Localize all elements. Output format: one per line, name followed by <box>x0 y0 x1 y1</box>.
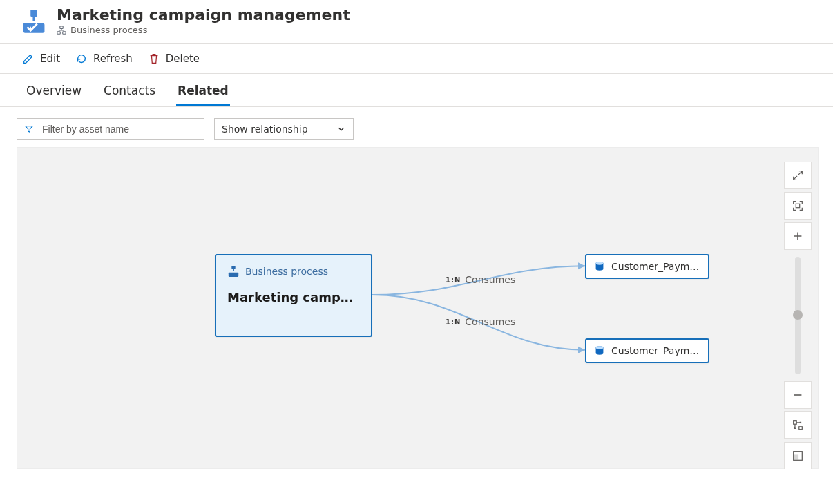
svg-rect-3 <box>60 26 63 29</box>
canvas-controls <box>784 162 812 469</box>
filter-row: Show relationship <box>0 107 833 147</box>
edit-button[interactable]: Edit <box>22 51 60 66</box>
process-icon <box>21 8 47 35</box>
refresh-button[interactable]: Refresh <box>75 51 133 66</box>
refresh-icon <box>75 52 88 65</box>
node-right-1-label: Customer_Payme… <box>611 345 701 356</box>
layout-button[interactable] <box>784 411 812 439</box>
fit-screen-icon <box>792 200 804 212</box>
edge-label-1: 1:N Consumes <box>446 316 515 327</box>
plus-icon <box>792 230 804 242</box>
svg-marker-7 <box>578 347 585 353</box>
page-subtitle: Business process <box>57 25 350 35</box>
command-bar: Edit Refresh Delete <box>0 44 833 74</box>
page-header: Marketing campaign management Business p… <box>0 0 833 44</box>
delete-button[interactable]: Delete <box>148 51 200 66</box>
minus-icon <box>792 389 804 401</box>
svg-rect-19 <box>794 455 798 459</box>
page-title: Marketing campaign management <box>57 7 350 23</box>
pencil-icon <box>22 52 35 65</box>
svg-rect-16 <box>794 421 797 425</box>
filter-input-wrap[interactable] <box>17 118 204 140</box>
zoom-in-button[interactable] <box>784 222 812 250</box>
edges-layer <box>17 148 818 468</box>
process-node-icon <box>227 265 240 278</box>
svg-rect-2 <box>32 16 35 21</box>
node-right-0[interactable]: Customer_Payme… <box>585 254 709 279</box>
zoom-slider[interactable] <box>795 257 801 374</box>
svg-rect-8 <box>231 266 235 269</box>
svg-marker-6 <box>578 262 585 269</box>
tab-related[interactable]: Related <box>176 81 230 106</box>
svg-rect-10 <box>233 269 234 272</box>
svg-point-12 <box>596 262 604 265</box>
zoom-out-button[interactable] <box>784 381 812 409</box>
expand-button[interactable] <box>784 162 812 189</box>
svg-rect-4 <box>57 31 60 34</box>
fit-button[interactable] <box>784 192 812 220</box>
layout-icon <box>792 419 804 432</box>
trash-icon <box>148 52 160 65</box>
minimap-icon <box>792 449 804 462</box>
relationship-dropdown[interactable]: Show relationship <box>214 118 354 140</box>
node-main[interactable]: Business process Marketing campaig… <box>215 254 372 337</box>
tab-contacts[interactable]: Contacts <box>102 81 157 106</box>
process-mini-icon <box>57 26 66 35</box>
tabs: Overview Contacts Related <box>0 74 833 107</box>
node-right-0-label: Customer_Payme… <box>611 261 701 272</box>
database-icon <box>593 345 606 357</box>
svg-rect-5 <box>63 31 66 34</box>
relationship-canvas[interactable]: Business process Marketing campaig… 1:N … <box>17 147 819 469</box>
edge-label-0: 1:N Consumes <box>446 274 515 285</box>
node-right-1[interactable]: Customer_Payme… <box>585 338 709 363</box>
svg-rect-15 <box>796 204 799 207</box>
filter-icon <box>24 124 34 134</box>
svg-rect-0 <box>30 10 37 17</box>
chevron-down-icon <box>336 124 346 134</box>
node-main-type: Business process <box>245 266 328 277</box>
svg-rect-9 <box>229 273 238 277</box>
svg-rect-17 <box>799 427 803 430</box>
filter-input[interactable] <box>41 123 197 135</box>
minimap-button[interactable] <box>784 442 812 469</box>
node-main-title: Marketing campaig… <box>227 290 360 304</box>
database-icon <box>593 260 606 273</box>
zoom-thumb[interactable] <box>793 310 803 320</box>
tab-overview[interactable]: Overview <box>25 81 83 106</box>
expand-icon <box>792 169 804 182</box>
svg-point-14 <box>596 347 604 349</box>
